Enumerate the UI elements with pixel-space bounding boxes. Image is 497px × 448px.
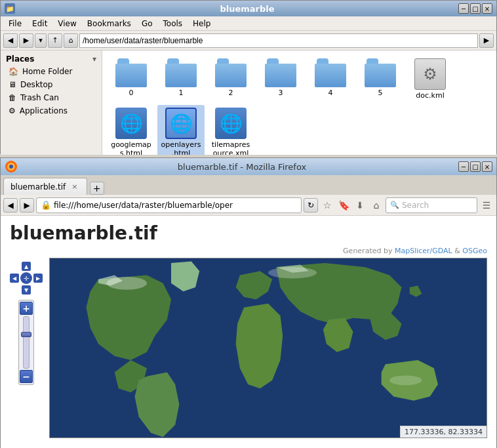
fm-menu-tools[interactable]: Tools [158, 18, 188, 30]
svg-point-5 [268, 267, 317, 278]
fm-home-button[interactable]: ⌂ [64, 33, 78, 48]
pan-down-button[interactable]: ▼ [22, 285, 31, 295]
fm-maximize-button[interactable]: □ [470, 3, 481, 14]
fm-app-icon: 📁 [5, 3, 15, 14]
ff-home-button[interactable]: ⌂ [369, 198, 384, 213]
file-item-googlemaps[interactable]: 🌐 googlemaps.html [108, 105, 155, 155]
fm-close-button[interactable]: × [482, 3, 492, 14]
fm-menu-view[interactable]: View [52, 18, 81, 30]
file-item-folder-4[interactable]: 4 [307, 56, 354, 102]
pan-up-button[interactable]: ▲ [22, 262, 31, 271]
ff-window-controls: − □ × [458, 161, 492, 172]
ff-tab-close-button[interactable]: × [70, 182, 79, 192]
ff-map-controls: ▲ ◀ ✛ ▶ ▼ + − [10, 258, 43, 438]
ff-forward-button[interactable]: ▶ [20, 198, 34, 213]
ff-search-bar[interactable]: 🔍 Search [386, 197, 477, 213]
file-label-googlemaps: googlemaps.html [110, 140, 152, 155]
fm-back-button[interactable]: ◀ [3, 33, 18, 48]
file-label-4: 4 [328, 89, 333, 97]
file-item-folder-0[interactable]: 0 [108, 56, 155, 102]
ff-menu-button[interactable]: ☰ [479, 198, 494, 213]
fm-address-go-button[interactable]: ▶ [479, 33, 494, 48]
ff-mapslicer-link[interactable]: MapSlicer/GDAL [395, 247, 452, 255]
svg-point-4 [106, 277, 147, 290]
zoom-out-button[interactable]: − [20, 370, 33, 383]
folder-icon-5 [365, 58, 396, 87]
file-label-5: 5 [378, 89, 383, 97]
file-item-openlayers[interactable]: 🌐 openlayers.html [157, 105, 205, 155]
ff-url-bar[interactable]: 🔒 file:///home/user/data/raster/bluemarb… [36, 197, 302, 213]
file-label-0: 0 [129, 89, 134, 97]
fm-menu-file[interactable]: File [3, 18, 27, 30]
zoom-in-button[interactable]: + [20, 302, 33, 315]
openlayers-file-icon: 🌐 [165, 108, 197, 139]
fm-dropdown-button[interactable]: ▾ [35, 33, 47, 48]
fm-content-area: 0 1 2 [102, 51, 496, 155]
zoom-thumb[interactable] [21, 332, 31, 337]
sidebar-item-desktop-label: Desktop [20, 80, 53, 89]
ff-generated-text: Generated by MapSlicer/GDAL & OSGeo [10, 247, 487, 255]
svg-point-6 [389, 375, 422, 385]
pan-right-button[interactable]: ▶ [33, 274, 43, 283]
sidebar-item-home-label: Home Folder [22, 67, 72, 76]
file-label-tilemap: tilemapresource.xml [210, 140, 252, 155]
fm-forward-button[interactable]: ▶ [19, 33, 33, 48]
pan-center-button[interactable]: ✛ [20, 272, 32, 284]
ff-refresh-button[interactable]: ↻ [304, 198, 318, 213]
ff-bookmark-list-button[interactable]: 🔖 [336, 198, 351, 213]
file-item-folder-3[interactable]: 3 [257, 56, 304, 102]
fm-sidebar-toggle[interactable]: ▾ [92, 54, 96, 64]
home-icon: 🏠 [9, 67, 18, 76]
sidebar-item-trash-label: Trash Can [20, 93, 59, 102]
ff-app-icon-area [5, 160, 26, 173]
ff-tab-bluemarble[interactable]: bluemarble.tif × [3, 178, 87, 195]
ff-bookmark-star-button[interactable]: ☆ [320, 198, 334, 213]
fm-menu-help[interactable]: Help [188, 18, 216, 30]
world-map-svg [50, 258, 487, 438]
fm-up-button[interactable]: ↑ [48, 33, 62, 48]
file-item-doc-kml[interactable]: ⚙ doc.kml [407, 56, 454, 102]
googlemaps-file-icon: 🌐 [115, 108, 147, 139]
fm-menu-edit[interactable]: Edit [27, 18, 52, 30]
fm-menu-bookmarks[interactable]: Bookmarks [82, 18, 136, 30]
file-label-doc-kml: doc.kml [416, 91, 444, 100]
sidebar-item-apps-label: Applications [20, 106, 68, 115]
ff-world-map[interactable]: 177.33336, 82.33334 [49, 258, 487, 438]
fm-toolbar: ◀ ▶ ▾ ↑ ⌂ ▶ [1, 31, 496, 51]
zoom-slider: + − [18, 300, 34, 385]
ff-new-tab-button[interactable]: + [90, 182, 104, 195]
globe-icon-2: 🌐 [170, 113, 193, 134]
ff-download-button[interactable]: ⬇ [353, 198, 367, 213]
fm-minimize-button[interactable]: − [458, 3, 469, 14]
fm-menu-go[interactable]: Go [136, 18, 158, 30]
fm-win-icon: 📁 [5, 3, 36, 14]
pan-control: ▲ ◀ ✛ ▶ ▼ [10, 262, 43, 295]
ff-url-favicon: 🔒 [41, 200, 51, 210]
globe-icon: 🌐 [120, 113, 143, 134]
ff-osgeo-link[interactable]: OSGeo [462, 247, 487, 255]
file-label-3: 3 [279, 89, 283, 97]
fm-sidebar: Places ▾ 🏠 Home Folder 🖥 Desktop 🗑 Trash… [1, 51, 102, 155]
ff-map-container: ▲ ◀ ✛ ▶ ▼ + − [10, 258, 487, 438]
sidebar-item-trash[interactable]: 🗑 Trash Can [1, 91, 102, 104]
desktop-icon: 🖥 [9, 80, 16, 89]
ff-close-button[interactable]: × [482, 161, 492, 172]
fm-menubar: File Edit View Bookmarks Go Tools Help [1, 16, 496, 31]
ff-tabs-bar: bluemarble.tif × + [1, 175, 496, 195]
pan-left-button[interactable]: ◀ [10, 274, 19, 283]
sidebar-item-home[interactable]: 🏠 Home Folder [1, 65, 102, 78]
sidebar-item-applications[interactable]: ⚙ Applications [1, 104, 102, 117]
ff-maximize-button[interactable]: □ [470, 161, 481, 172]
ff-minimize-button[interactable]: − [458, 161, 469, 172]
ff-title: bluemarble.tif - Mozilla Firefox [26, 162, 458, 172]
file-item-folder-5[interactable]: 5 [357, 56, 404, 102]
ff-back-button[interactable]: ◀ [3, 198, 18, 213]
fm-address-input[interactable] [79, 33, 478, 48]
sidebar-item-desktop[interactable]: 🖥 Desktop [1, 78, 102, 91]
file-item-folder-2[interactable]: 2 [207, 56, 254, 102]
trash-icon: 🗑 [9, 93, 16, 102]
folder-icon-3 [265, 58, 296, 87]
file-item-tilemap[interactable]: 🌐 tilemapresource.xml [207, 105, 254, 155]
file-item-folder-1[interactable]: 1 [157, 56, 205, 102]
ff-tab-label: bluemarble.tif [10, 182, 66, 192]
